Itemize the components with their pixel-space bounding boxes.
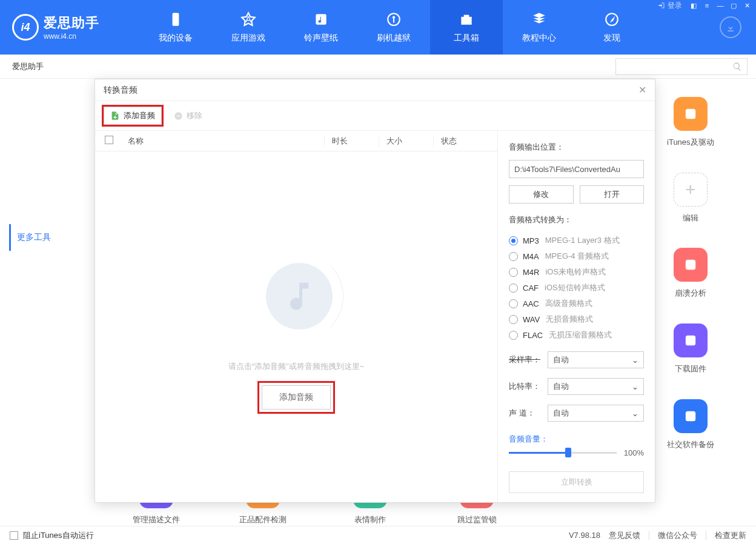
- tool-icon: [674, 248, 708, 282]
- convert-button[interactable]: 立即转换: [509, 471, 644, 493]
- output-location-label: 音频输出位置：: [509, 142, 644, 153]
- drop-area[interactable]: 请点击“添加音频”或将音频拖拽到这里~ 添加音频: [95, 151, 497, 502]
- output-path-field[interactable]: D:\i4Tools7\Files\ConvertedAu: [509, 160, 644, 178]
- col-name: 名称: [123, 136, 324, 147]
- remove-label: 移除: [187, 110, 202, 121]
- format-desc: MPEG-1 Layer3 格式: [545, 235, 620, 246]
- settings-panel: 音频输出位置： D:\i4Tools7\Files\ConvertedAu 修改…: [497, 131, 655, 502]
- format-radio-caf[interactable]: CAFiOS短信铃声格式: [509, 280, 644, 296]
- tool-item[interactable]: 社交软件备份: [643, 399, 738, 451]
- remove-button[interactable]: 移除: [174, 110, 202, 121]
- logo-site: www.i4.cn: [44, 32, 99, 41]
- nav-icon: [458, 11, 475, 28]
- sidebar-item-more-tools[interactable]: 更多工具: [9, 224, 91, 251]
- chevron-down-icon: ⌄: [632, 356, 638, 365]
- drop-hint: 请点击“添加音频”或将音频拖拽到这里~: [228, 361, 364, 372]
- open-button[interactable]: 打开: [580, 185, 645, 204]
- sample-rate-select[interactable]: 自动⌄: [548, 351, 644, 368]
- block-itunes-label: 阻止iTunes自动运行: [23, 530, 94, 541]
- menu-icon[interactable]: ≡: [701, 1, 712, 10]
- add-audio-button[interactable]: 添加音频: [104, 107, 162, 125]
- close-window-icon[interactable]: ✕: [741, 1, 752, 10]
- check-update-link[interactable]: 检查更新: [715, 530, 746, 541]
- format-radio-flac[interactable]: FLAC无损压缩音频格式: [509, 327, 644, 343]
- nav-icon: [313, 11, 330, 28]
- format-radio-aac[interactable]: AAC高级音频格式: [509, 296, 644, 311]
- login-label: 登录: [668, 1, 682, 11]
- modify-button[interactable]: 修改: [509, 185, 574, 204]
- format-code: M4A: [523, 252, 539, 261]
- svg-rect-0: [173, 13, 179, 26]
- nav-tab-2[interactable]: 铃声壁纸: [285, 0, 357, 55]
- format-desc: iOS来电铃声格式: [545, 267, 606, 277]
- channel-select[interactable]: 自动⌄: [548, 405, 644, 422]
- bitrate-select[interactable]: 自动⌄: [548, 378, 644, 395]
- format-code: CAF: [523, 284, 539, 293]
- wechat-link[interactable]: 微信公众号: [658, 530, 697, 541]
- block-itunes-checkbox[interactable]: [10, 531, 18, 540]
- format-radio-m4a[interactable]: M4AMPEG-4 音频格式: [509, 248, 644, 264]
- nav-tab-4[interactable]: 工具箱: [430, 0, 503, 55]
- format-desc: 无损压缩音频格式: [549, 330, 612, 340]
- tool-item[interactable]: +编辑: [643, 173, 738, 224]
- nav-label: 我的设备: [159, 33, 193, 44]
- maximize-icon[interactable]: ▢: [728, 1, 739, 10]
- radio-icon: [509, 315, 518, 324]
- radio-icon: [509, 284, 518, 293]
- tool-item[interactable]: iTunes及驱动: [643, 97, 738, 148]
- format-code: WAV: [523, 315, 540, 324]
- theme-icon[interactable]: ◧: [688, 1, 699, 10]
- tool-item[interactable]: 下载固件: [643, 323, 738, 375]
- svg-text:A: A: [245, 14, 252, 24]
- table-header: 名称 时长 大小 状态: [95, 131, 497, 151]
- tool-label: 编辑: [683, 213, 698, 224]
- search-input[interactable]: 查找工具: [615, 58, 748, 75]
- nav-tab-1[interactable]: A应用游戏: [212, 0, 285, 55]
- format-code: FLAC: [523, 331, 543, 340]
- volume-value: 100%: [624, 448, 644, 457]
- download-indicator-icon[interactable]: [720, 16, 741, 38]
- svg-rect-5: [393, 19, 394, 22]
- nav-tab-3[interactable]: 刷机越狱: [357, 0, 430, 55]
- format-desc: iOS短信铃声格式: [545, 282, 605, 293]
- close-icon[interactable]: ✕: [638, 84, 646, 96]
- minimize-icon[interactable]: —: [715, 1, 726, 10]
- tool-label: 正品配件检测: [239, 514, 287, 525]
- nav-icon: [385, 11, 402, 28]
- tool-label: iTunes及驱动: [667, 137, 714, 148]
- nav-label: 铃声壁纸: [304, 33, 338, 44]
- format-radio-mp3[interactable]: MP3MPEG-1 Layer3 格式: [509, 233, 644, 248]
- chevron-down-icon: ⌄: [632, 382, 638, 391]
- nav-label: 发现: [603, 33, 620, 44]
- select-all-checkbox[interactable]: [105, 136, 113, 144]
- plus-icon: +: [674, 173, 708, 207]
- tool-label: 表情制作: [354, 514, 386, 525]
- nav-label: 工具箱: [454, 33, 479, 44]
- tool-item[interactable]: 崩溃分析: [643, 248, 738, 299]
- breadcrumb: 爱思助手: [12, 61, 44, 72]
- radio-icon: [509, 252, 518, 261]
- sidebar: 更多工具: [0, 79, 91, 526]
- format-radio-wav[interactable]: WAV无损音频格式: [509, 311, 644, 327]
- radio-icon: [509, 331, 518, 340]
- format-label: 音频格式转换为：: [509, 214, 644, 225]
- svg-rect-13: [686, 336, 695, 345]
- nav-tab-5[interactable]: 教程中心: [503, 0, 575, 55]
- volume-slider[interactable]: 100%: [509, 445, 644, 460]
- nav-icon: [167, 11, 184, 28]
- chevron-down-icon: ⌄: [632, 409, 638, 418]
- nav-icon: A: [240, 11, 257, 28]
- logo[interactable]: i4 爱思助手 www.i4.cn: [0, 14, 139, 41]
- nav-tab-0[interactable]: 我的设备: [139, 0, 212, 55]
- svg-rect-11: [686, 260, 695, 270]
- nav-label: 应用游戏: [231, 33, 265, 44]
- nav-tab-6[interactable]: 发现: [575, 0, 648, 55]
- col-duration: 时长: [324, 136, 379, 147]
- feedback-link[interactable]: 意见反馈: [609, 530, 640, 541]
- svg-point-4: [393, 16, 395, 19]
- channel-label: 声 道：: [509, 408, 543, 419]
- add-audio-big-button[interactable]: 添加音频: [262, 385, 331, 410]
- format-radio-m4r[interactable]: M4RiOS来电铃声格式: [509, 264, 644, 280]
- subheader: 爱思助手 查找工具: [0, 55, 756, 79]
- login-link[interactable]: 登录: [658, 1, 682, 11]
